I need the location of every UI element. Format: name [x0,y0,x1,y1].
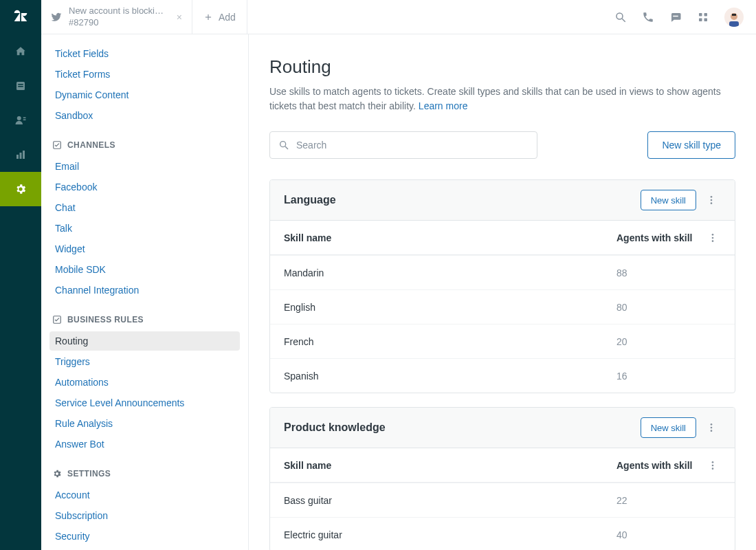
skill-name: English [284,302,616,313]
section-label: SETTINGS [67,469,111,478]
gear-icon [52,469,62,478]
tab-add-label: Add [219,12,236,23]
sidebar-link[interactable]: Routing [49,331,240,351]
svg-point-25 [711,202,713,204]
svg-line-10 [622,19,625,22]
svg-point-26 [712,234,714,236]
sidebar-link[interactable]: Talk [49,219,240,238]
svg-point-9 [616,13,623,19]
skill-agent-count: 40 [616,529,699,540]
page-description: Use skills to match agents to tickets. C… [269,85,723,113]
svg-rect-18 [729,21,739,27]
rail-customers[interactable] [0,103,41,138]
rail-home[interactable] [0,34,41,69]
sidebar-link[interactable]: Answer Bot [49,434,240,454]
sidebar-link[interactable]: Triggers [49,352,240,371]
svg-point-29 [711,424,713,426]
rail-views[interactable] [0,69,41,103]
more-icon[interactable] [702,190,721,210]
rail-reporting[interactable] [0,138,41,172]
settings-sidebar: Ticket FieldsTicket FormsDynamic Content… [41,34,249,550]
svg-rect-11 [673,15,678,16]
search-icon [278,140,289,151]
sidebar-link[interactable]: Ticket Fields [49,44,240,63]
sidebar-link[interactable]: Account [49,485,240,505]
svg-point-3 [17,116,21,120]
skill-name: French [284,336,616,347]
skill-row[interactable]: Spanish16 [270,358,735,393]
sidebar-link[interactable]: Automations [49,373,240,392]
apps-icon[interactable] [697,11,709,23]
new-skill-button[interactable]: New skill [641,417,696,438]
more-icon[interactable] [702,418,721,437]
chat-icon[interactable] [669,11,682,23]
sidebar-link[interactable]: Security [49,527,240,546]
svg-point-30 [711,427,713,429]
svg-rect-7 [20,153,22,159]
skill-row[interactable]: French20 [270,324,735,358]
tab-ticket[interactable]: New account is blocking... #82790 × [41,0,192,34]
svg-rect-6 [16,155,19,159]
phone-icon[interactable] [642,11,654,23]
svg-point-32 [712,461,714,463]
skill-row[interactable]: Bass guitar22 [270,483,735,517]
section-channels: CHANNELS [49,140,240,150]
skill-row[interactable]: Mandarin88 [270,255,735,289]
skill-agent-count: 16 [616,371,699,382]
skill-name: Mandarin [284,267,616,278]
skill-name: Electric guitar [284,529,616,540]
svg-rect-12 [699,13,702,16]
sidebar-link[interactable]: Channel Integration [49,280,240,300]
main-content: Routing Use skills to match agents to ti… [249,34,756,550]
learn-more-link[interactable]: Learn more [419,100,468,111]
tab-subtitle: #82790 [69,17,168,28]
tab-add[interactable]: Add [192,0,247,34]
rules-icon [52,315,62,324]
sidebar-link[interactable]: Facebook [49,177,240,197]
skill-agent-count: 22 [616,495,699,506]
skill-row[interactable]: English80 [270,289,735,324]
checklist-icon [52,140,62,150]
svg-rect-15 [704,18,708,21]
svg-line-22 [285,146,288,149]
sidebar-link[interactable]: Subscription [49,506,240,525]
avatar[interactable] [724,8,744,27]
rail-admin[interactable] [0,172,41,206]
svg-point-31 [711,430,713,432]
brand-logo [0,0,41,34]
sidebar-link[interactable]: Chat [49,198,240,217]
svg-point-28 [712,240,714,242]
svg-rect-8 [23,151,25,159]
section-label: CHANNELS [67,140,115,150]
search-input[interactable] [296,140,529,151]
sidebar-link[interactable]: Email [49,157,240,176]
sidebar-link[interactable]: Sandbox [49,106,240,125]
new-skill-button[interactable]: New skill [641,190,696,210]
svg-rect-17 [732,14,736,16]
sidebar-link[interactable]: Ticket Forms [49,65,240,84]
sidebar-link[interactable]: Widget [49,239,240,258]
svg-rect-4 [23,118,26,119]
more-icon[interactable] [704,459,721,472]
col-agents: Agents with skill [616,232,699,243]
svg-point-33 [712,464,714,466]
col-agents: Agents with skill [616,460,699,471]
new-skill-type-button[interactable]: New skill type [647,131,735,159]
close-icon[interactable]: × [177,12,182,23]
svg-rect-5 [23,120,26,121]
search-icon[interactable] [614,11,627,23]
svg-rect-13 [704,13,708,16]
page-title: Routing [269,56,735,78]
search-box[interactable] [269,131,537,159]
svg-rect-14 [699,18,702,21]
svg-point-23 [711,196,713,198]
sidebar-link[interactable]: Rule Analysis [49,414,240,433]
sidebar-link[interactable]: Dynamic Content [49,85,240,104]
svg-rect-1 [18,84,23,85]
skill-row[interactable]: Electric guitar40 [270,517,735,550]
more-icon[interactable] [704,231,721,245]
sidebar-link[interactable]: Service Level Announcements [49,393,240,412]
skill-type-card: LanguageNew skillSkill nameAgents with s… [269,179,735,393]
sidebar-link[interactable]: Mobile SDK [49,260,240,279]
nav-rail [0,0,41,550]
